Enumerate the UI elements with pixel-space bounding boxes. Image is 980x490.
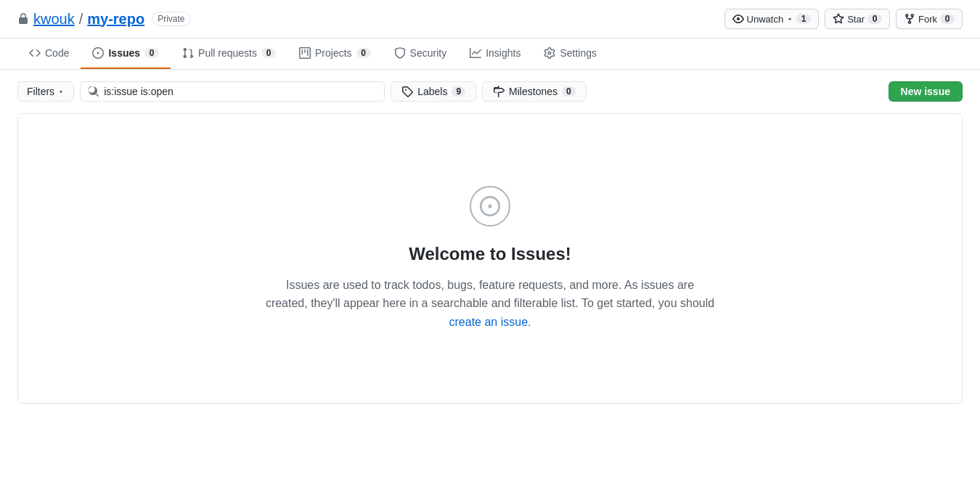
lock-icon — [17, 13, 29, 25]
repo-separator: / — [79, 11, 83, 28]
tab-security-label: Security — [410, 47, 447, 59]
header-actions: Unwatch 1 Star 0 — [724, 9, 963, 29]
eye-icon — [732, 13, 744, 25]
code-icon — [29, 47, 41, 59]
star-button[interactable]: Star 0 — [825, 9, 890, 29]
milestones-count: 0 — [562, 86, 576, 97]
tab-code[interactable]: Code — [17, 38, 81, 69]
issues-count: 0 — [144, 48, 159, 58]
pull-request-icon — [182, 47, 194, 59]
repo-name[interactable]: my-repo — [87, 11, 144, 28]
tab-settings-label: Settings — [560, 47, 597, 59]
tab-projects-label: Projects — [315, 47, 352, 59]
issues-toolbar: Filters Labels 9 Milestones — [0, 70, 980, 113]
tab-settings[interactable]: Settings — [532, 38, 608, 69]
labels-count: 9 — [452, 86, 465, 97]
issues-container: Welcome to Issues! Issues are used to tr… — [17, 113, 963, 404]
create-issue-link[interactable]: create an issue — [449, 316, 528, 328]
tab-issues-label: Issues — [108, 47, 140, 59]
empty-state: Welcome to Issues! Issues are used to tr… — [236, 142, 744, 375]
projects-count: 0 — [356, 48, 371, 58]
dropdown-icon — [786, 15, 793, 23]
tab-pr-label: Pull requests — [198, 47, 257, 59]
projects-icon — [299, 47, 311, 59]
chevron-down-icon — [57, 88, 65, 95]
repo-owner[interactable]: kwouk — [33, 11, 75, 28]
tab-projects[interactable]: Projects 0 — [287, 38, 383, 69]
empty-desc-text1: Issues are used to track todos, bugs, fe… — [266, 279, 714, 310]
labels-button[interactable]: Labels 9 — [391, 81, 476, 102]
watch-count: 1 — [796, 14, 811, 24]
repo-title: kwouk / my-repo Private — [17, 11, 191, 28]
empty-state-title: Welcome to Issues! — [409, 244, 571, 264]
label-icon — [401, 86, 413, 97]
pr-count: 0 — [261, 48, 276, 58]
unwatch-button[interactable]: Unwatch 1 — [724, 9, 820, 29]
filters-button[interactable]: Filters — [17, 81, 74, 102]
tab-security[interactable]: Security — [383, 38, 459, 69]
star-label: Star — [847, 14, 865, 25]
tab-pull-requests[interactable]: Pull requests 0 — [171, 38, 287, 69]
search-input[interactable] — [104, 86, 377, 97]
empty-desc-text2: . — [528, 316, 531, 328]
fork-button[interactable]: Fork 0 — [896, 9, 963, 29]
milestone-icon — [493, 86, 505, 97]
security-icon — [394, 47, 406, 59]
labels-label: Labels — [417, 86, 447, 97]
unwatch-label: Unwatch — [747, 14, 784, 25]
empty-state-icon — [470, 186, 510, 226]
settings-icon — [544, 47, 555, 59]
tab-issues[interactable]: Issues 0 — [81, 38, 171, 69]
milestones-button[interactable]: Milestones 0 — [482, 81, 587, 102]
fork-count: 0 — [940, 14, 955, 24]
fork-icon — [904, 13, 915, 25]
filters-label: Filters — [27, 86, 54, 97]
repo-tabs: Code Issues 0 Pull requests 0 Projects — [0, 38, 980, 70]
empty-state-description: Issues are used to track todos, bugs, fe… — [265, 276, 715, 332]
fork-label: Fork — [918, 14, 937, 25]
new-issue-button[interactable]: New issue — [889, 81, 963, 102]
private-badge: Private — [152, 12, 190, 26]
repo-header: kwouk / my-repo Private Unwatch 1 — [0, 0, 980, 38]
tab-insights-label: Insights — [486, 47, 520, 59]
search-icon — [88, 86, 99, 97]
tab-code-label: Code — [45, 47, 69, 59]
star-count: 0 — [867, 14, 882, 24]
milestones-label: Milestones — [509, 86, 558, 97]
insights-icon — [470, 47, 481, 59]
star-icon — [833, 13, 844, 25]
search-box[interactable] — [80, 81, 385, 102]
tab-insights[interactable]: Insights — [458, 38, 532, 69]
issues-icon — [92, 47, 104, 59]
